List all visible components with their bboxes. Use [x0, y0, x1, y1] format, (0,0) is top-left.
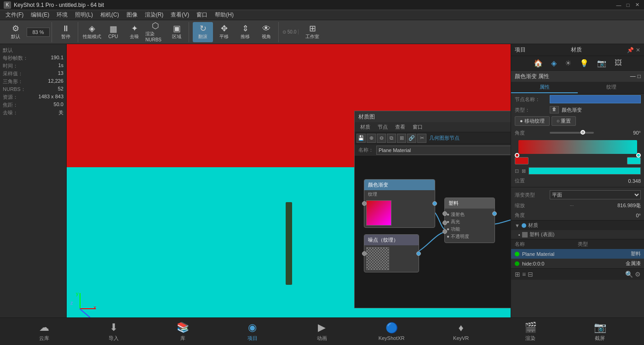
menu-view[interactable]: 查看(V) [167, 10, 193, 20]
reset-btn[interactable]: ○ 重置 [552, 116, 576, 126]
node-gradient[interactable]: 颜色渐变 纹理 [364, 179, 435, 228]
menu-help[interactable]: 帮助(H) [211, 10, 237, 20]
rp-list-icon[interactable]: ≡ [522, 271, 526, 278]
bottom-btn-keyvr[interactable]: ♦ KeyVR [447, 322, 475, 341]
plastic-input2[interactable] [443, 221, 447, 225]
bottom-btn-project[interactable]: ◉ 项目 [239, 322, 266, 342]
variant-type-select[interactable]: 平面 球形 圆柱 [550, 190, 641, 199]
roll-button[interactable]: ↻ 翻滚 [193, 22, 213, 42]
tab-environment[interactable]: ☀ [562, 58, 574, 68]
denoise-button[interactable]: ✦ 去噪 [124, 22, 144, 42]
gradient-stop-left[interactable] [515, 153, 519, 158]
mat-name-row: 名称： [355, 144, 511, 156]
node-name-field[interactable] [550, 95, 641, 103]
plastic-output-port[interactable] [492, 211, 497, 216]
plastic-input3[interactable] [443, 229, 447, 234]
node-noise[interactable]: 噪点（纹理） [364, 234, 419, 272]
bottom-btn-screenshot[interactable]: 📷 截屏 [586, 322, 614, 342]
bottom-btn-cloud[interactable]: ☁ 云库 [30, 322, 58, 342]
mat-name-input[interactable] [376, 146, 511, 155]
rp-close-icon[interactable]: ✕ [636, 47, 640, 53]
mat-graph-canvas[interactable]: 颜色渐变 纹理 塑料 ● 漫射 [355, 156, 511, 308]
rp-grid-icon[interactable]: ⊞ [515, 271, 520, 278]
tab-lighting[interactable]: 💡 [577, 58, 592, 68]
move-texture-btn[interactable]: ● 移动纹理 [515, 116, 550, 126]
rp-pin-icon[interactable]: 📌 [627, 47, 634, 53]
perf-button[interactable]: ◈ 性能模式 [82, 22, 102, 42]
bottom-btn-library[interactable]: 📚 库 [169, 322, 197, 342]
color-swatch-red[interactable] [515, 157, 529, 164]
default-button[interactable]: ⚙ 默认 [6, 22, 26, 42]
mat-tb-geo-node[interactable]: 几何图形节点 [429, 135, 460, 141]
mat-list-row-2[interactable]: hide:0:0:0 金属漆 [511, 259, 644, 268]
pause-button[interactable]: ⏸ 暂停 [56, 22, 76, 42]
props-min-icon[interactable]: — [630, 73, 636, 79]
mat-list-row-1[interactable]: Plane Material 塑料 [511, 249, 644, 259]
mat-menu-window[interactable]: 窗口 [409, 123, 426, 131]
bottom-btn-keyshotxr[interactable]: 🔵 KeyShotXR [378, 322, 405, 341]
noise-output-port[interactable] [416, 251, 421, 256]
mat-tb-paste[interactable]: ⊞ [397, 134, 406, 143]
noise-input-port[interactable] [362, 251, 367, 256]
render-nurbs-button[interactable]: ⬡ 渲染NURBS [145, 22, 166, 42]
menu-render[interactable]: 渲染(R) [141, 10, 167, 20]
props-expand-icon[interactable]: □ [638, 73, 641, 79]
props-tab-attrs[interactable]: 属性 [511, 82, 578, 93]
tab-material[interactable]: ◈ [548, 58, 559, 68]
time-label: 时间： [3, 62, 18, 69]
bottom-btn-import[interactable]: ⬇ 导入 [100, 322, 127, 342]
color-swatch-cyan[interactable] [627, 157, 641, 164]
mat-tb-del[interactable]: ⊖ [377, 134, 386, 143]
view-button[interactable]: 👁 视角 [256, 22, 276, 42]
workspace-button[interactable]: ⊞ 工作室 [302, 22, 322, 42]
node-plastic[interactable]: 塑料 ● 漫射色 ● 高光 ● 功能 ● 不透明度 [444, 198, 495, 243]
gradient-output-port[interactable] [432, 201, 437, 206]
mat-tb-link[interactable]: 🔗 [407, 134, 416, 143]
push-button[interactable]: ⇕ 推移 [235, 22, 255, 42]
angle-thumb[interactable] [581, 130, 585, 135]
region-button[interactable]: ▣ 区域 [167, 22, 187, 42]
rp-filter-icon[interactable]: ⊟ [528, 271, 533, 278]
bottom-btn-render[interactable]: 🎬 渲染 [517, 322, 544, 342]
gradient-stop-right[interactable] [636, 153, 641, 158]
menu-light[interactable]: 照明(L) [71, 10, 97, 20]
angle-slider[interactable] [550, 129, 594, 137]
bottom-btn-animation[interactable]: ▶ 动画 [308, 322, 336, 342]
tab-image[interactable]: 🖼 [612, 58, 625, 68]
menu-env[interactable]: 环境 [53, 10, 71, 20]
section-arrow[interactable]: ▼ [515, 223, 520, 228]
mat-menu-nodes[interactable]: 节点 [374, 123, 391, 131]
close-button[interactable]: ✕ [634, 2, 640, 8]
maximize-button[interactable]: □ [625, 2, 631, 8]
title-bar-controls[interactable]: — □ ✕ [615, 2, 640, 8]
menu-edit[interactable]: 编辑(E) [27, 10, 53, 20]
type-delete-icon[interactable]: 🗑 [550, 106, 559, 113]
tab-camera[interactable]: 📷 [594, 58, 609, 68]
pan-button[interactable]: ✥ 平移 [214, 22, 234, 42]
mat-tb-save[interactable]: 💾 [356, 134, 366, 143]
rp-header-controls[interactable]: 📌 ✕ [627, 47, 640, 53]
mat-menu-view[interactable]: 查看 [391, 123, 409, 131]
gradient-bar[interactable] [518, 140, 637, 154]
color-extra-label: ⊡ [515, 168, 519, 174]
cyan-bar[interactable] [529, 167, 641, 175]
props-tab-texture[interactable]: 纹理 [578, 82, 644, 93]
menu-window[interactable]: 窗口 [193, 10, 211, 20]
rp-search-icon[interactable]: 🔍 [625, 271, 633, 278]
mat-tb-copy[interactable]: ⧉ [387, 134, 396, 143]
props-title-controls[interactable]: — □ [630, 73, 641, 79]
mat-menu-material[interactable]: 材质 [356, 123, 374, 131]
mat-graph-title-bar[interactable]: 材质图 — □ ✕ [355, 111, 511, 122]
minimize-button[interactable]: — [615, 2, 622, 8]
tab-scene[interactable]: 🏠 [531, 58, 546, 68]
viewport[interactable]: x y z 材质图 — □ ✕ 材质 节点 查看 窗口 💾 [67, 44, 511, 317]
menu-file[interactable]: 文件(F) [2, 10, 27, 20]
mat-tb-add[interactable]: ⊕ [367, 134, 376, 143]
menu-camera[interactable]: 相机(C) [97, 10, 123, 20]
menu-image[interactable]: 图像 [123, 10, 141, 20]
mat-tb-unlink[interactable]: ✂ [417, 134, 426, 143]
rp-settings-icon[interactable]: ⚙ [635, 271, 641, 278]
default-input[interactable] [27, 28, 50, 37]
cpu-button[interactable]: ▦ CPU [103, 22, 123, 42]
gradient-input-port[interactable] [362, 201, 367, 206]
